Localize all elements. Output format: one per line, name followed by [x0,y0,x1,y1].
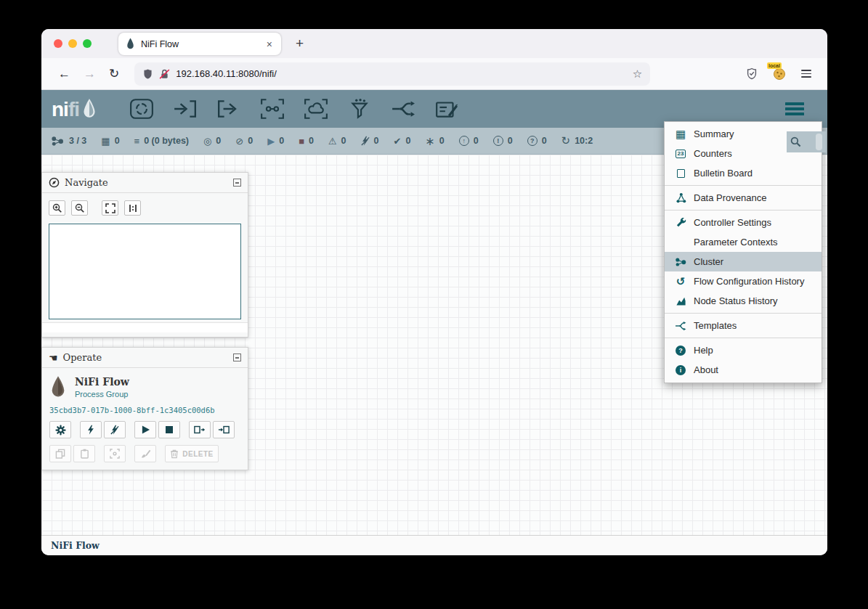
firefox-menu-button[interactable] [801,68,811,80]
menu-item-about[interactable]: i About [665,360,822,380]
process-group-draggable-icon[interactable] [260,98,285,120]
tab-title: NiFi Flow [141,39,265,49]
refresh-status[interactable]: ↻ 10:2 [561,134,593,147]
window-controls [41,39,92,48]
global-menu-button[interactable] [784,97,806,120]
invalid-icon: ⚠ [328,136,337,147]
counters-icon: 23 [673,150,688,158]
label-draggable-icon[interactable] [434,98,459,120]
running-icon: ▶ [267,136,275,147]
search-icon[interactable] [790,136,801,147]
window-close-button[interactable] [54,39,62,48]
tracking-protection-shield-icon[interactable] [142,68,153,80]
url-bar[interactable]: 192.168.40.11:8080/nifi/ ☆ [134,62,650,86]
locally-modified-and-stale-icon: ! [493,136,503,146]
selected-component-name: NiFi Flow [75,376,129,388]
input-port-draggable-icon[interactable] [173,98,198,120]
tab-close-icon[interactable]: × [265,38,274,50]
bookmark-star-icon[interactable]: ☆ [633,68,642,81]
transmitting-icon: ◎ [203,136,211,147]
group-button[interactable] [104,445,126,462]
reload-button[interactable]: ↻ [102,66,126,81]
scrollbar-thumb[interactable] [816,134,822,150]
stale-icon: ↑ [459,136,469,146]
last-refresh-time: 10:2 [575,136,593,146]
browser-tab[interactable]: NiFi Flow × [118,33,281,55]
disable-button[interactable] [104,421,126,438]
menu-item-node-status-history[interactable]: Node Status History [665,291,822,311]
menu-item-help[interactable]: ? Help [665,340,822,360]
download-flow-definition-button[interactable] [189,421,211,438]
paste-button[interactable] [73,445,95,462]
delete-label: DELETE [182,450,213,458]
component-toolbar [129,98,459,120]
funnel-draggable-icon[interactable] [347,98,372,120]
templates-icon [673,321,688,331]
window-zoom-button[interactable] [83,39,92,48]
navigate-title: Navigate [65,177,108,188]
status-queued: ≡ 0 (0 bytes) [134,136,189,147]
fill-color-button[interactable] [134,445,156,462]
menu-item-cluster[interactable]: Cluster [665,252,822,271]
remote-process-group-draggable-icon[interactable] [304,98,328,120]
nifi-logo-drop-icon [81,98,97,120]
zoom-out-button[interactable] [71,200,88,216]
threads-icon: ▦ [101,136,110,147]
window-minimize-button[interactable] [68,39,77,48]
zoom-fit-button[interactable] [102,200,118,216]
bulletin-board-icon [673,169,688,178]
operate-body: NiFi Flow Process Group 35cbd3b7-017b-10… [42,368,248,468]
start-button[interactable] [134,421,156,438]
help-icon: ? [673,346,688,356]
menu-item-bulletin-board[interactable]: Bulletin Board [665,163,822,183]
status-not-transmitting: ⊘ 0 [235,136,253,147]
menu-item-controller-settings[interactable]: Controller Settings [665,213,822,232]
navigate-body [42,193,248,332]
url-text[interactable]: 192.168.40.11:8080/nifi/ [176,68,277,79]
birdseye-view[interactable] [49,224,241,319]
template-draggable-icon[interactable] [391,98,415,120]
stop-button[interactable] [158,421,180,438]
shield-check-icon[interactable] [746,68,758,80]
navigate-palette-header[interactable]: Navigate [42,173,248,193]
refresh-icon[interactable]: ↻ [561,134,571,147]
status-locally-modified-and-stale: ! 0 [493,136,513,146]
menu-item-data-provenance[interactable]: Data Provenance [665,188,822,208]
operate-title: Operate [63,352,102,363]
back-button[interactable]: ← [52,67,77,81]
selected-component-id: 35cbd3b7-017b-1000-8bff-1c3405c00d6b [49,406,240,414]
output-port-draggable-icon[interactable] [216,98,241,120]
menu-item-parameter-contexts[interactable]: Parameter Contexts [665,232,822,252]
processor-draggable-icon[interactable] [129,98,154,120]
hand-pointer-icon: ☚ [49,352,58,364]
operate-buttons-row-1 [49,421,240,438]
container-extension-icon[interactable]: local [773,68,786,81]
delete-button[interactable]: DELETE [165,445,219,462]
menu-divider [665,313,822,314]
not-transmitting-icon: ⊘ [235,136,243,147]
compass-icon [49,177,60,188]
menu-item-flow-configuration-history[interactable]: ↺ Flow Configuration History [665,271,822,291]
forward-button[interactable]: → [77,67,102,81]
enable-button[interactable] [80,421,102,438]
upload-flow-definition-button[interactable] [213,421,235,438]
operate-palette-header[interactable]: ☚ Operate [42,348,248,368]
global-menu: ▦ Summary 23 Counters Bulletin Board Dat… [664,121,822,383]
sync-failure-icon: ? [527,136,538,146]
new-tab-button[interactable]: + [291,34,308,53]
breadcrumb-root[interactable]: NiFi Flow [51,540,100,551]
collapse-operate-button[interactable] [233,353,241,361]
nifi-logo: nifi [52,98,97,120]
data-provenance-icon [673,192,688,203]
zoom-actual-size-button[interactable] [124,200,141,216]
menu-divider [665,338,822,338]
configuration-button[interactable] [49,421,71,438]
node-status-history-icon [673,295,688,306]
copy-button[interactable] [49,445,71,462]
insecure-lock-icon[interactable] [159,68,170,80]
zoom-in-button[interactable] [49,200,65,216]
status-stale: ↑ 0 [459,136,479,146]
collapse-navigate-button[interactable] [233,179,241,187]
status-stopped: ■ 0 [299,136,314,147]
menu-item-templates[interactable]: Templates [665,316,822,335]
